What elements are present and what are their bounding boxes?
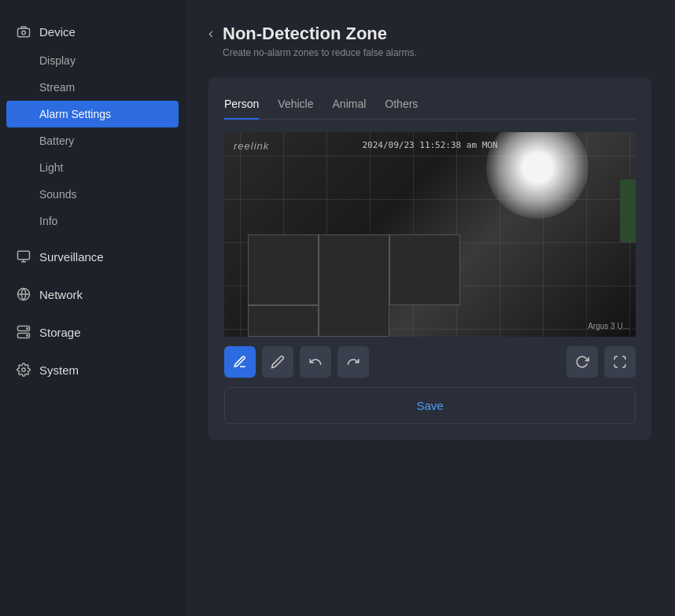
sidebar-section-system: System [0, 354, 185, 385]
sidebar-item-surveillance[interactable]: Surveillance [0, 241, 185, 272]
sidebar: Device Display Stream Alarm Settings Bat… [0, 0, 185, 616]
sidebar-item-battery[interactable]: Battery [0, 127, 185, 154]
redo-button[interactable] [338, 346, 369, 378]
camera-view: reelink 2024/09/23 11:52:38 am MON Argus… [224, 132, 636, 337]
sidebar-item-stream[interactable]: Stream [0, 74, 185, 101]
svg-point-7 [27, 335, 28, 337]
svg-point-1 [22, 31, 26, 35]
sidebar-item-alarm-settings[interactable]: Alarm Settings [6, 101, 179, 127]
camera-logo: reelink [234, 140, 269, 152]
fullscreen-button[interactable] [604, 346, 636, 378]
sidebar-section-surveillance: Surveillance [0, 241, 185, 272]
grid-element-2 [248, 305, 319, 337]
page-header: ‹ Non-Detection Zone Create no-alarm zon… [208, 24, 651, 58]
sidebar-item-storage[interactable]: Storage [0, 316, 185, 348]
tab-animal[interactable]: Animal [333, 93, 367, 120]
grid-element-4 [389, 234, 460, 305]
network-icon [16, 286, 31, 302]
svg-point-6 [27, 328, 28, 330]
svg-point-8 [22, 368, 26, 372]
sidebar-section-storage: Storage [0, 316, 185, 348]
sidebar-section-device: Device Display Stream Alarm Settings Bat… [0, 16, 185, 234]
undo-button[interactable] [300, 346, 331, 378]
system-label: System [39, 363, 79, 377]
tabs-container: Person Vehicle Animal Others [224, 93, 636, 120]
device-label: Device [39, 25, 76, 39]
system-icon [16, 362, 31, 378]
grid-element-3 [319, 234, 389, 337]
pen-tool-button[interactable] [262, 346, 293, 378]
main-card: Person Vehicle Animal Others reelink 202… [208, 77, 651, 440]
camera-brand: Argus 3 U... [588, 322, 629, 330]
reset-button[interactable] [566, 346, 598, 378]
back-button[interactable]: ‹ [208, 25, 213, 42]
device-icon [16, 24, 31, 39]
grid-element-1 [248, 234, 319, 305]
surveillance-label: Surveillance [39, 250, 104, 264]
draw-tool-button[interactable] [224, 346, 256, 378]
svg-rect-2 [18, 251, 30, 260]
page-subtitle: Create no-alarm zones to reduce false al… [223, 47, 417, 58]
svg-rect-0 [18, 28, 30, 37]
sidebar-item-device[interactable]: Device [0, 16, 185, 47]
main-content: ‹ Non-Detection Zone Create no-alarm zon… [185, 0, 675, 616]
tab-others[interactable]: Others [385, 93, 418, 120]
camera-timestamp: 2024/09/23 11:52:38 am MON [362, 140, 497, 150]
sidebar-item-sounds[interactable]: Sounds [0, 181, 185, 208]
storage-icon [16, 324, 31, 340]
sidebar-item-light[interactable]: Light [0, 154, 185, 181]
sidebar-item-info[interactable]: Info [0, 208, 185, 234]
sidebar-item-display[interactable]: Display [0, 47, 185, 74]
page-title: Non-Detection Zone [223, 24, 417, 44]
green-object [620, 179, 636, 242]
storage-label: Storage [39, 326, 81, 339]
surveillance-icon [16, 249, 31, 264]
save-button[interactable]: Save [224, 387, 636, 424]
tab-vehicle[interactable]: Vehicle [278, 93, 313, 120]
tab-person[interactable]: Person [224, 93, 259, 120]
sidebar-item-network[interactable]: Network [0, 278, 185, 310]
sidebar-section-network: Network [0, 278, 185, 310]
sidebar-item-system[interactable]: System [0, 354, 185, 385]
drawing-toolbar [224, 346, 636, 378]
network-label: Network [39, 288, 83, 301]
